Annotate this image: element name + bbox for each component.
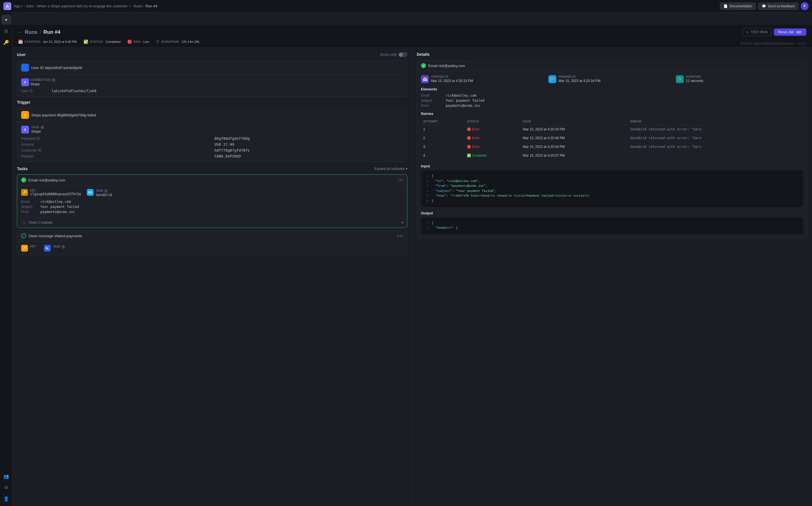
sidebar-bottom: 👥 ⚙ 👤	[1, 471, 11, 504]
run-header: ← Runs / Run #4 ▷ TEST RUN Rerun Job ⌘R	[12, 25, 812, 48]
input-line-6: 6 }	[424, 199, 800, 204]
back-button[interactable]: ←	[18, 29, 22, 35]
sendgrid-task-info-icon[interactable]: i	[104, 189, 108, 193]
duration-label: DURATION	[686, 75, 703, 78]
sidebar-item-grid[interactable]: ⊞	[1, 26, 11, 36]
elements-section: Elements Email rick@astley.com Subject Y…	[417, 87, 807, 111]
left-pane: User Errors only 👤 User ID lakjshdfo87as…	[12, 48, 412, 506]
input-line-5: 5 "html": "<!DOCTYPE html><html>\n <head…	[424, 193, 800, 199]
sidebar-item-home[interactable]: ✦	[1, 15, 11, 25]
run-title-row: ← Runs / Run #4 ▷ TEST RUN Rerun Job ⌘R	[18, 28, 806, 36]
expand-all-button[interactable]: Expand all subtasks ▾	[374, 167, 408, 171]
retry-row-1: 1 🔴 Error Mar 15, 2023 at 4:20:34 PM Sen…	[421, 125, 803, 134]
breadcrumb-current: Run #4	[145, 4, 157, 8]
trigger-section-header: Trigger	[17, 100, 408, 104]
right-pane: Details ✓ Email rick@astley.com 📅 STARTE…	[412, 48, 812, 506]
finished-at-icon: 🏁	[548, 75, 556, 83]
run-id: RUN ID: cldayznk80012o9187aremapo v5.5.2	[740, 42, 806, 45]
sidebar-item-key[interactable]: 🔑	[1, 37, 11, 47]
app-dropdown-icon[interactable]: ▾	[21, 4, 22, 8]
run-meta: 📅 STARTED: Jan 13, 2023 at 6:40 PM ✅ STA…	[18, 39, 199, 47]
trigger-card-header: ⚡ Stripe payment 86gf86dfgdsf78dg failed	[17, 108, 407, 122]
started-icon: 📅	[18, 39, 23, 44]
task-email-card: ✓ Email rick@astley.com 12s 🔑 KEY clgxup…	[17, 174, 408, 228]
breadcrumb-job-name[interactable]: When a Stripe payment fails try re-engag…	[37, 4, 128, 8]
feedback-button[interactable]: 💬 Send us feedback	[758, 3, 799, 10]
col-error: ERROR	[628, 118, 803, 125]
user-title: User	[17, 53, 26, 57]
feedback-icon: 💬	[762, 4, 766, 8]
task-slack-card: ✓ Slack message #failed-payments 0.2s 🔑 …	[17, 230, 408, 255]
task-email-meta: 🔑 KEY clgxup81m0000npuoa25fht5e SG	[21, 189, 403, 197]
output-section: Output 1 { 2 "headers": {	[417, 211, 807, 238]
status-complete-4: ✅ Complete	[467, 154, 487, 158]
breadcrumb-runs[interactable]: Runs	[134, 4, 142, 8]
user-fields: User ID lakjshdfo87ashdoifjah8	[21, 89, 403, 93]
slack-task-icon: SL	[44, 245, 51, 252]
errors-only-toggle[interactable]: Errors only	[380, 52, 408, 57]
task-email-name: Email rick@astley.com	[28, 178, 65, 182]
user-section-header: User Errors only	[17, 52, 408, 57]
user-card: 👤 User ID lakjshdfo87ashdoifjah8 S CONNE	[17, 61, 408, 97]
docs-label: Documentation	[729, 4, 752, 8]
sidebar-item-settings[interactable]: ⚙	[1, 482, 11, 493]
output-line-1: 1 {	[424, 221, 800, 226]
sendgrid-icon: SG	[87, 189, 94, 196]
retries-table: ATTEMPT STATUS DATE ERROR 1 🔴 Error Mar …	[421, 118, 803, 160]
docs-icon: 📄	[724, 4, 728, 8]
tasks-title: Tasks	[17, 167, 28, 171]
breadcrumb-app[interactable]: App	[13, 4, 20, 8]
trigger-title: Trigger	[17, 100, 30, 104]
duration-icon: ⏱	[156, 39, 160, 44]
breadcrumb-jobs[interactable]: Jobs	[26, 4, 33, 8]
connection-info-icon[interactable]: i	[52, 78, 56, 82]
errors-toggle[interactable]	[398, 52, 408, 57]
run-name: Run #4	[44, 29, 60, 35]
detail-card: ✓ Email rick@astley.com 📅 STARTED AT Mar…	[417, 60, 808, 238]
trigger-stripe-icon: S	[21, 125, 29, 134]
env-icon: 🔴	[127, 39, 132, 44]
details-title: Details	[417, 52, 808, 57]
avatar-label: F	[804, 4, 806, 8]
trigger-text: Stripe payment 86gf86dfgdsf78dg failed	[31, 113, 96, 117]
started-at-item: 📅 STARTED AT Mar 15, 2023 at 4:20:33 PM	[421, 75, 548, 83]
lightning-icon: ⚡	[21, 111, 29, 119]
expand-label: Expand all subtasks	[374, 167, 404, 171]
main-container: ← Runs / Run #4 ▷ TEST RUN Rerun Job ⌘R	[12, 25, 812, 506]
app-logo[interactable]: A	[3, 2, 11, 10]
timing-grid: 📅 STARTED AT Mar 15, 2023 at 4:20:33 PM …	[417, 71, 807, 87]
task-slack-header: ✓ Slack message #failed-payments 0.2s	[17, 231, 407, 241]
test-run-icon: ▷	[747, 30, 749, 34]
col-date: DATE	[520, 118, 628, 125]
sidebar-item-users[interactable]: 👥	[1, 471, 11, 481]
panes: User Errors only 👤 User ID lakjshdfo87as…	[12, 48, 812, 506]
user-id-display: User ID lakjshdfo87ashdoifjah8	[31, 66, 82, 70]
user-card-header: 👤 User ID lakjshdfo87ashdoifjah8	[17, 61, 407, 75]
col-attempt: ATTEMPT	[421, 118, 465, 125]
user-icon: 👤	[21, 64, 29, 72]
output-code-block: 1 { 2 "headers": {	[421, 218, 803, 234]
retries-section: Retries ATTEMPT STATUS DATE ERROR	[417, 111, 807, 164]
sidebar: ✦ ⊞ 🔑 👥 ⚙ 👤	[0, 12, 12, 506]
runs-link[interactable]: Runs	[25, 29, 38, 35]
nav-right: 📄 Documentation 💬 Send us feedback F	[720, 2, 809, 10]
input-line-1: 1 {	[424, 174, 800, 179]
job-dropdown-icon[interactable]: ▾	[129, 4, 130, 8]
sidebar-item-profile[interactable]: 👤	[1, 494, 11, 504]
task-info-icon[interactable]: i	[40, 125, 44, 129]
docs-button[interactable]: 📄 Documentation	[720, 3, 756, 10]
rerun-button[interactable]: Rerun Job ⌘R	[774, 28, 806, 36]
run-title: Runs / Run #4	[25, 29, 60, 35]
status-error-2: 🔴 Error	[467, 136, 479, 140]
meta-duration: ⏱ DURATION: 12h 14m 28s	[156, 39, 199, 44]
status-error-3: 🔴 Error	[467, 145, 479, 149]
errors-only-label: Errors only	[380, 53, 397, 57]
slack-task-info-icon[interactable]: i	[61, 245, 65, 249]
avatar[interactable]: F	[801, 2, 809, 10]
test-run-button[interactable]: ▷ TEST RUN	[742, 28, 772, 36]
task-slack-body: 🔑 KEY SL TASK i	[17, 241, 407, 255]
show-subtask-button[interactable]: ⊡ Show 1 subtask ▾	[17, 217, 407, 228]
input-title: Input	[421, 164, 803, 168]
trigger-more-button[interactable]: ⋮	[400, 133, 405, 138]
toggle-thumb	[399, 53, 403, 57]
